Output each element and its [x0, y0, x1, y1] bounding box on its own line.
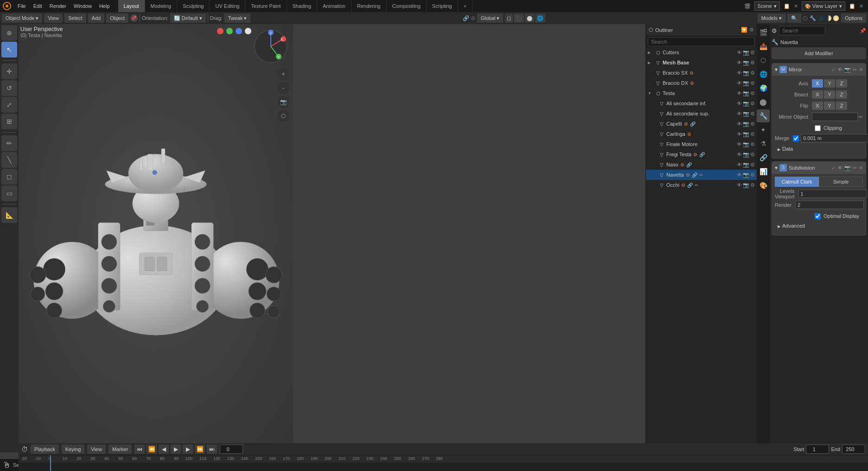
overlay-icon[interactable]: ⬡: [803, 15, 808, 21]
color-dot-blue[interactable]: [236, 28, 242, 34]
menu-help[interactable]: Help: [96, 0, 114, 12]
mirror-close-icon[interactable]: ✕: [859, 67, 863, 73]
outliner-item-ali-sec-sup[interactable]: ▽ Ali secondarie sup. 👁 📷 ⚙: [646, 108, 757, 119]
props-object-icon[interactable]: ⬤: [757, 95, 770, 108]
gizmo-icon[interactable]: 🔧: [810, 15, 816, 21]
outliner-item-finale-motore[interactable]: ▽ Finale Motore 👁 📷 ⚙: [646, 139, 757, 149]
props-physics-icon[interactable]: ⚗: [757, 137, 770, 150]
braccio-dx-render-icon[interactable]: ⚙: [750, 80, 755, 86]
menu-render[interactable]: Render: [46, 0, 70, 12]
outliner-item-testa[interactable]: ⬡ Testa 👁 📷 ⚙: [646, 88, 757, 98]
shading-material[interactable]: ⬤: [525, 13, 534, 23]
tab-shading[interactable]: Shading: [287, 0, 317, 12]
scene-selector[interactable]: Scene ▾: [754, 1, 780, 11]
tool-annotate-polygon[interactable]: ◻: [1, 169, 17, 185]
cutters-collapse[interactable]: [648, 50, 653, 55]
ali-sec-sup-render-icon[interactable]: ⚙: [750, 111, 755, 117]
jump-end-btn[interactable]: ⏭: [207, 445, 217, 454]
outliner-item-ali-sec-inf[interactable]: ▽ Ali secondarie inf. 👁 📷 ⚙: [646, 98, 757, 108]
props-modifier-icon[interactable]: 🔧: [757, 109, 770, 122]
outliner-item-carlinga[interactable]: ▽ Carlinga ⚙ 👁 📷 ⚙: [646, 129, 757, 139]
tab-compositing[interactable]: Compositing: [387, 0, 427, 12]
tool-annotate[interactable]: ✏: [1, 135, 17, 151]
mesh-base-view-icon[interactable]: 👁: [737, 60, 742, 66]
jump-start-btn[interactable]: ⏮: [134, 445, 145, 454]
add-modifier-btn[interactable]: Add Modifier: [772, 47, 866, 59]
next-keyframe-btn[interactable]: ⏩: [195, 445, 205, 454]
subd-levels-viewport-field[interactable]: [798, 190, 867, 198]
props-scene-icon[interactable]: 🌐: [757, 68, 770, 81]
ali-sec-sup-hide-icon[interactable]: 📷: [743, 111, 749, 117]
props-render-icon[interactable]: 🎬: [757, 26, 770, 39]
outliner-item-braccio-sx[interactable]: ▽ Braccio SX ⚙ 👁 📷 ⚙: [646, 68, 757, 78]
naso-view-icon[interactable]: 👁: [737, 162, 742, 168]
subd-close-icon[interactable]: ✕: [859, 165, 863, 171]
outliner-filter-icon[interactable]: 🔽: [741, 27, 747, 33]
braccio-dx-view-icon[interactable]: 👁: [737, 80, 742, 86]
navetta-render-icon[interactable]: ⚙: [750, 172, 755, 178]
ali-sec-inf-view-icon[interactable]: 👁: [737, 101, 742, 107]
prev-keyframe-btn[interactable]: ⏪: [147, 445, 157, 454]
navetta-view-icon[interactable]: 👁: [737, 172, 742, 178]
ali-sec-inf-render-icon[interactable]: ⚙: [750, 101, 755, 107]
braccio-sx-view-icon[interactable]: 👁: [737, 70, 742, 76]
model-viewport[interactable]: User Perspective (0) Testa | Navetta X Y: [19, 24, 293, 443]
mirror-merge-checkbox[interactable]: [793, 135, 799, 141]
view-layer-new-icon[interactable]: 📋: [849, 3, 855, 9]
add-menu[interactable]: Add: [88, 13, 105, 23]
zoom-out-btn[interactable]: -: [277, 82, 289, 94]
object-menu[interactable]: Object: [106, 13, 128, 23]
zoom-in-btn[interactable]: +: [277, 68, 289, 80]
viewport-gizmo[interactable]: X Y Z: [252, 28, 289, 65]
finale-motore-view-icon[interactable]: 👁: [737, 141, 742, 147]
testa-hide-icon[interactable]: 📷: [743, 90, 749, 96]
viewport-icon3[interactable]: 🌕: [833, 15, 839, 21]
braccio-sx-render-icon[interactable]: ⚙: [750, 70, 755, 76]
tab-uv-editing[interactable]: UV Editing: [210, 0, 245, 12]
options-btn[interactable]: Options: [841, 13, 866, 23]
mirror-axis-x[interactable]: X: [812, 79, 823, 88]
drag-dropdown[interactable]: Tweak ▾: [224, 13, 251, 23]
tab-animation[interactable]: Animation: [317, 0, 351, 12]
props-view-layer-icon[interactable]: ⬡: [757, 54, 770, 67]
tab-layout[interactable]: Layout: [118, 0, 145, 12]
testa-collapse[interactable]: [648, 91, 653, 95]
braccio-sx-hide-icon[interactable]: 📷: [743, 70, 749, 76]
tool-move[interactable]: ✛: [1, 64, 17, 79]
mirror-axis-y[interactable]: Y: [824, 79, 835, 88]
timeline-content[interactable]: -20 -10 0 10 20 30 40 50 60 70 80 90 100…: [19, 455, 868, 471]
end-frame-input[interactable]: [842, 445, 865, 454]
fregi-testa-view-icon[interactable]: 👁: [737, 152, 742, 158]
view-layer-close-icon[interactable]: ✕: [859, 3, 863, 9]
select-menu[interactable]: Select: [64, 13, 86, 23]
next-frame-btn[interactable]: ▶: [183, 445, 193, 454]
capelli-hide-icon[interactable]: 📷: [743, 121, 749, 127]
testa-render-icon[interactable]: ⚙: [750, 90, 755, 96]
props-pin-icon[interactable]: 📌: [860, 28, 866, 34]
playback-btn[interactable]: Playback: [31, 445, 59, 454]
finale-motore-hide-icon[interactable]: 📷: [743, 141, 749, 147]
navetta-hide-icon[interactable]: 📷: [743, 172, 749, 178]
tool-annotate-line[interactable]: ╲: [1, 152, 17, 168]
shading-dropdown[interactable]: Global ▾: [477, 13, 504, 23]
outliner-item-braccio-dx[interactable]: ▽ Braccio DX ⚙ 👁 📷 ⚙: [646, 78, 757, 88]
outliner-item-fregi-testa[interactable]: ▽ Fregi Testa ⚙ 🔗 👁 📷 ⚙: [646, 149, 757, 159]
mesh-base-collapse[interactable]: [648, 60, 653, 65]
tool-select[interactable]: ↖: [1, 42, 17, 57]
subd-eye-icon[interactable]: 👁: [837, 165, 842, 171]
timeline-view-btn[interactable]: View: [87, 445, 106, 454]
tab-rendering[interactable]: Rendering: [351, 0, 387, 12]
subd-edit-icon[interactable]: ✏: [853, 165, 857, 171]
menu-edit[interactable]: Edit: [30, 0, 46, 12]
view-layer-selector[interactable]: 🎨 View Layer ▾: [802, 1, 845, 11]
timeline-icon[interactable]: ⏱: [21, 446, 28, 453]
props-particle-icon[interactable]: ✦: [757, 123, 770, 136]
occhi-hide-icon[interactable]: 📷: [743, 182, 749, 188]
subd-optimal-checkbox[interactable]: [815, 213, 821, 219]
subd-render-field[interactable]: [795, 201, 864, 209]
tool-annotate-eraser[interactable]: ▭: [1, 185, 17, 201]
mesh-base-render-icon[interactable]: ⚙: [750, 60, 755, 66]
perspective-btn[interactable]: ⬡: [277, 110, 289, 122]
tool-scale[interactable]: ⤢: [1, 97, 17, 113]
subd-catmull-tab[interactable]: Catmull Clark: [775, 177, 819, 187]
